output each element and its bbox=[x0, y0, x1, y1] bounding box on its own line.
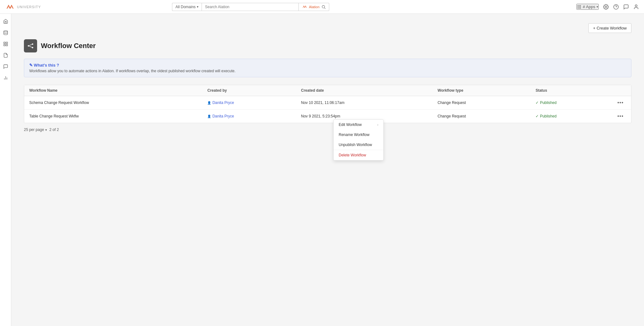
svg-point-25 bbox=[32, 43, 33, 45]
cell-workflow-name: Schema Change Request Workflow bbox=[24, 96, 202, 110]
logo[interactable]: UNIVERSITY bbox=[5, 4, 41, 10]
cell-workflow-type: Change Request bbox=[433, 96, 531, 110]
cell-more-actions[interactable]: ••• bbox=[610, 110, 631, 123]
database-icon bbox=[3, 30, 8, 35]
info-box: ✎ What's this ? Workflows allow you to a… bbox=[24, 59, 631, 77]
col-created-by: Created by bbox=[202, 85, 296, 96]
svg-rect-3 bbox=[578, 5, 578, 6]
table-row: Table Change Request Wkflw 👤Danita Pryce… bbox=[24, 110, 631, 123]
sidebar bbox=[0, 14, 11, 141]
create-workflow-button[interactable]: + Create Workflow bbox=[588, 23, 631, 33]
cell-status: ✓Published bbox=[530, 96, 610, 110]
info-box-title: ✎ What's this ? bbox=[29, 63, 626, 68]
pagination-count: 2 of 2 bbox=[49, 128, 59, 132]
context-menu-rename[interactable]: Rename Workflow bbox=[334, 130, 383, 140]
pagination: 25 per page ▾ 2 of 2 bbox=[24, 128, 631, 132]
svg-point-1 bbox=[322, 5, 325, 8]
chevron-right-icon: › bbox=[377, 123, 378, 127]
search-input[interactable] bbox=[202, 3, 299, 11]
col-actions bbox=[610, 85, 631, 96]
sidebar-item-documents[interactable] bbox=[1, 51, 10, 60]
page-header: Workflow Center bbox=[24, 39, 631, 52]
svg-point-16 bbox=[4, 30, 8, 32]
svg-rect-19 bbox=[4, 44, 5, 46]
cell-created-by[interactable]: 👤Danita Pryce bbox=[202, 110, 296, 123]
sidebar-item-catalog[interactable] bbox=[1, 28, 10, 37]
cell-status: ✓Published bbox=[530, 110, 610, 123]
messages-icon[interactable] bbox=[623, 4, 629, 10]
table-header: Workflow Name Created by Created date Wo… bbox=[24, 85, 631, 96]
table-row: Schema Change Request Workflow 👤Danita P… bbox=[24, 96, 631, 110]
sidebar-item-conversations[interactable] bbox=[1, 62, 10, 71]
sidebar-item-grid[interactable] bbox=[1, 40, 10, 48]
settings-icon[interactable] bbox=[603, 4, 609, 10]
svg-rect-4 bbox=[579, 5, 580, 6]
per-page-selector[interactable]: 25 per page ▾ bbox=[24, 128, 47, 132]
info-box-text: Workflows allow you to automate actions … bbox=[29, 69, 626, 73]
main-content: + Create Workflow Workflow Center ✎ What… bbox=[11, 14, 644, 141]
col-created-date: Created date bbox=[296, 85, 432, 96]
apps-grid-icon bbox=[577, 5, 581, 9]
topnav: UNIVERSITY All Domains ▾ Alation bbox=[0, 0, 644, 14]
svg-line-28 bbox=[29, 46, 32, 47]
col-workflow-type: Workflow type bbox=[433, 85, 531, 96]
svg-rect-10 bbox=[579, 8, 580, 8]
svg-point-24 bbox=[28, 45, 29, 47]
workflow-svg-icon bbox=[27, 42, 34, 49]
svg-rect-18 bbox=[6, 42, 8, 44]
svg-rect-6 bbox=[578, 6, 578, 7]
col-status: Status bbox=[530, 85, 610, 96]
cell-created-date: Nov 10 2021, 11:06:17am bbox=[296, 96, 432, 110]
context-menu-unpublish[interactable]: Unpublish Workflow bbox=[334, 140, 383, 141]
search-button[interactable]: Alation bbox=[299, 3, 329, 11]
alation-brand-mark: Alation bbox=[302, 5, 319, 9]
search-bar: All Domains ▾ Alation bbox=[172, 3, 329, 11]
sidebar-item-home[interactable] bbox=[1, 17, 10, 26]
per-page-chevron-icon: ▾ bbox=[45, 128, 47, 132]
chevron-down-icon: ▾ bbox=[197, 5, 198, 8]
svg-rect-7 bbox=[579, 6, 580, 7]
svg-rect-17 bbox=[4, 42, 5, 44]
apps-chevron-icon: ▾ bbox=[597, 5, 598, 8]
svg-point-26 bbox=[32, 47, 33, 48]
svg-rect-20 bbox=[6, 44, 8, 46]
create-btn-container: + Create Workflow bbox=[24, 23, 631, 33]
workflow-center-icon bbox=[24, 39, 37, 52]
chat-icon bbox=[3, 64, 8, 69]
help-icon[interactable] bbox=[613, 4, 619, 10]
more-actions-button[interactable]: ••• bbox=[615, 99, 626, 106]
sidebar-item-analytics[interactable] bbox=[1, 73, 10, 82]
svg-rect-11 bbox=[580, 8, 581, 8]
svg-point-12 bbox=[605, 6, 607, 8]
file-icon bbox=[3, 53, 8, 58]
cell-workflow-type: Change Request bbox=[433, 110, 531, 123]
home-icon bbox=[3, 19, 8, 24]
cell-more-actions[interactable]: ••• bbox=[610, 96, 631, 110]
alation-logo-icon bbox=[5, 4, 15, 10]
context-menu-edit[interactable]: Edit Workflow › bbox=[334, 120, 383, 130]
col-workflow-name: Workflow Name bbox=[24, 85, 202, 96]
topnav-right: # Apps ▾ bbox=[576, 4, 639, 10]
logo-subtitle: UNIVERSITY bbox=[17, 5, 41, 9]
svg-line-2 bbox=[325, 8, 325, 8]
svg-point-15 bbox=[635, 5, 637, 7]
workflow-table: Workflow Name Created by Created date Wo… bbox=[24, 85, 631, 123]
workflow-table-element: Workflow Name Created by Created date Wo… bbox=[24, 85, 631, 123]
chart-icon bbox=[3, 75, 8, 80]
search-logo-icon bbox=[302, 5, 308, 8]
svg-line-27 bbox=[29, 44, 32, 46]
cell-workflow-name: Table Change Request Wkflw bbox=[24, 110, 202, 123]
svg-rect-5 bbox=[580, 5, 581, 6]
domain-selector[interactable]: All Domains ▾ bbox=[172, 3, 202, 11]
grid-icon bbox=[3, 41, 8, 46]
search-icon bbox=[321, 5, 326, 9]
apps-button[interactable]: # Apps ▾ bbox=[576, 4, 599, 10]
svg-rect-8 bbox=[580, 6, 581, 7]
table-body: Schema Change Request Workflow 👤Danita P… bbox=[24, 96, 631, 123]
cell-created-by[interactable]: 👤Danita Pryce bbox=[202, 96, 296, 110]
page-title: Workflow Center bbox=[41, 42, 96, 50]
context-menu: Edit Workflow › Rename Workflow Unpublis… bbox=[333, 119, 384, 141]
svg-rect-9 bbox=[578, 8, 578, 8]
more-actions-button[interactable]: ••• bbox=[615, 113, 626, 120]
user-icon[interactable] bbox=[633, 4, 639, 10]
